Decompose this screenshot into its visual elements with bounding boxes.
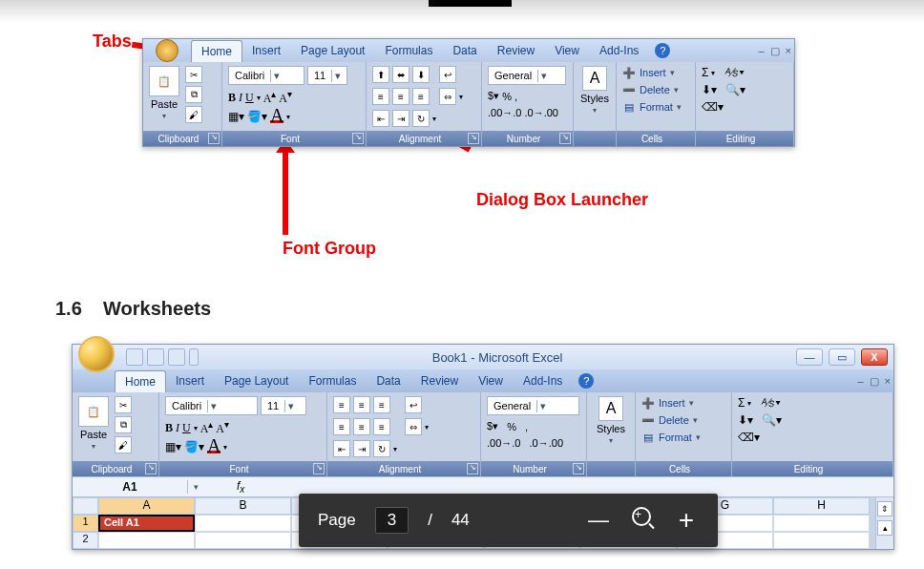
- fill-2[interactable]: ⬇▾: [738, 413, 753, 427]
- find-select-button[interactable]: 🔍▾: [725, 83, 746, 96]
- copy-icon[interactable]: ⧉: [185, 86, 202, 103]
- tab-insert-2[interactable]: Insert: [166, 370, 215, 391]
- autosum-button[interactable]: Σ: [702, 66, 708, 79]
- font-color-button-2[interactable]: A: [207, 441, 220, 453]
- orientation-2[interactable]: ↻: [373, 440, 390, 457]
- delete-cells-button[interactable]: ➖Delete▾: [622, 83, 679, 96]
- cut-icon-2[interactable]: ✂: [115, 396, 132, 413]
- align-bot-2[interactable]: ≡: [373, 396, 390, 413]
- currency-button[interactable]: $▾: [488, 90, 499, 102]
- font-name-combo[interactable]: Calibri▾: [228, 66, 304, 85]
- format-cells-2[interactable]: ▤Format▾: [641, 431, 701, 444]
- insert-cells-button[interactable]: ➕Insert▾: [622, 66, 675, 79]
- align-left-2[interactable]: ≡: [333, 418, 350, 435]
- name-box[interactable]: A1: [73, 480, 188, 494]
- workbook-minimize-icon[interactable]: –: [857, 375, 863, 387]
- col-header-A[interactable]: A: [98, 497, 195, 515]
- help-icon[interactable]: ?: [655, 43, 670, 58]
- font-color-button[interactable]: A: [270, 111, 284, 123]
- styles-icon-2[interactable]: A: [598, 396, 623, 421]
- format-painter-icon[interactable]: 🖌: [185, 106, 202, 123]
- underline-button[interactable]: U: [245, 91, 254, 105]
- tab-formulas[interactable]: Formulas: [375, 40, 443, 61]
- align-top-icon[interactable]: ⬆: [372, 66, 389, 83]
- cell-B1[interactable]: [195, 515, 291, 532]
- styles-icon[interactable]: A: [582, 66, 607, 91]
- number-format-combo-2[interactable]: General▾: [487, 396, 579, 415]
- qat-undo-icon[interactable]: [147, 348, 164, 366]
- dialog-launcher-clipboard-2[interactable]: ↘: [145, 463, 157, 474]
- paste-dropdown-icon[interactable]: ▾: [162, 112, 166, 120]
- row-header-1[interactable]: 1: [73, 515, 98, 532]
- dialog-launcher-clipboard[interactable]: ↘: [208, 133, 220, 144]
- select-all-corner[interactable]: [73, 497, 98, 515]
- tab-page-layout-2[interactable]: Page Layout: [215, 370, 299, 391]
- office-button[interactable]: [78, 336, 115, 372]
- vertical-scrollbar[interactable]: ⇕ ▴: [875, 497, 893, 549]
- align-middle-icon[interactable]: ⬌: [392, 66, 410, 83]
- help-icon-2[interactable]: ?: [578, 373, 594, 389]
- dec-dec-2[interactable]: .0→.00: [530, 437, 563, 449]
- row-header-2[interactable]: 2: [73, 532, 98, 549]
- increase-indent-icon[interactable]: ⇥: [392, 110, 410, 127]
- decrease-decimal-button[interactable]: .0→.00: [524, 107, 557, 118]
- qat-customize-icon[interactable]: [189, 348, 199, 366]
- align-bottom-icon[interactable]: ⬇: [412, 66, 430, 83]
- wrap-text-icon[interactable]: ↩: [439, 66, 456, 83]
- currency-2[interactable]: $▾: [487, 420, 498, 432]
- format-painter-icon-2[interactable]: 🖌: [115, 436, 132, 453]
- qat-save-icon[interactable]: [126, 348, 143, 366]
- col-header-B[interactable]: B: [195, 497, 291, 515]
- dec-indent-2[interactable]: ⇤: [333, 440, 350, 457]
- insert-cells-2[interactable]: ➕Insert▾: [641, 396, 694, 410]
- font-name-combo-2[interactable]: Calibri▾: [165, 396, 258, 415]
- tab-add-ins[interactable]: Add-Ins: [590, 40, 649, 61]
- expand-formula-bar-icon[interactable]: ⇕: [877, 501, 892, 516]
- cut-icon[interactable]: ✂: [185, 66, 202, 83]
- window-restore-icon[interactable]: ▢: [770, 45, 780, 57]
- cell-H1[interactable]: [773, 515, 870, 532]
- align-right-2[interactable]: ≡: [373, 418, 390, 435]
- cell-A1[interactable]: Cell A1: [98, 515, 195, 532]
- bold-button[interactable]: B: [228, 91, 236, 105]
- percent-2[interactable]: %: [507, 421, 516, 432]
- shrink-font-button-2[interactable]: A▾: [216, 419, 229, 436]
- paste-button[interactable]: 📋 Paste ▾: [149, 66, 179, 120]
- increase-decimal-button[interactable]: .00→.0: [488, 107, 521, 118]
- grow-font-button[interactable]: A▴: [263, 89, 277, 106]
- fit-page-button[interactable]: +: [674, 505, 699, 536]
- tab-add-ins-2[interactable]: Add-Ins: [514, 370, 573, 391]
- zoom-in-button[interactable]: +: [630, 507, 655, 534]
- inc-dec-2[interactable]: .00→.0: [487, 437, 520, 449]
- align-top-2[interactable]: ≡: [333, 396, 350, 413]
- namebox-dropdown-icon[interactable]: ▾: [194, 482, 199, 492]
- dialog-launcher-number-2[interactable]: ↘: [573, 463, 584, 474]
- find-2[interactable]: 🔍▾: [762, 413, 782, 427]
- col-header-H[interactable]: H: [773, 497, 870, 515]
- wrap-text-2[interactable]: ↩: [405, 396, 422, 413]
- align-mid-2[interactable]: ≡: [353, 396, 370, 413]
- window-minimize-icon[interactable]: –: [758, 45, 764, 56]
- close-button[interactable]: X: [861, 348, 888, 366]
- underline-button-2[interactable]: U: [182, 421, 191, 435]
- dialog-launcher-font-2[interactable]: ↘: [313, 463, 325, 474]
- clear-2[interactable]: ⌫▾: [738, 431, 760, 444]
- workbook-close-icon[interactable]: ×: [885, 375, 891, 387]
- format-cells-button[interactable]: ▤Format▾: [622, 100, 682, 114]
- tab-home-2[interactable]: Home: [115, 370, 166, 392]
- page-number-input[interactable]: 3: [375, 507, 409, 534]
- dialog-launcher-alignment[interactable]: ↘: [468, 133, 479, 144]
- bold-button-2[interactable]: B: [165, 421, 173, 435]
- italic-button-2[interactable]: I: [176, 421, 179, 435]
- fill-color-button[interactable]: 🪣▾: [247, 110, 267, 124]
- border-button-2[interactable]: ▦▾: [165, 440, 181, 454]
- cell-B2[interactable]: [195, 532, 291, 549]
- tab-formulas-2[interactable]: Formulas: [299, 370, 367, 391]
- border-button[interactable]: ▦▾: [228, 110, 244, 124]
- cell-H2[interactable]: [773, 532, 870, 549]
- align-center-2[interactable]: ≡: [353, 418, 370, 435]
- copy-icon-2[interactable]: ⧉: [115, 416, 132, 433]
- italic-button[interactable]: I: [239, 91, 242, 105]
- merge-2[interactable]: ⇔: [405, 418, 422, 435]
- inc-indent-2[interactable]: ⇥: [353, 440, 370, 457]
